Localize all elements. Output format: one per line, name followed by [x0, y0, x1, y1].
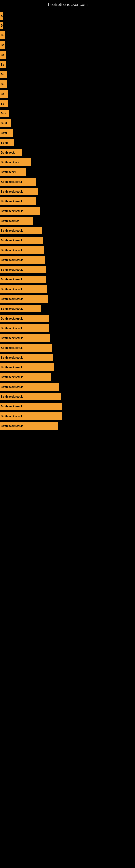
bar-row-9: Bo: [0, 89, 135, 99]
bar-label-32: Bottleneck result: [1, 317, 23, 320]
bar-label-16: Bottleneck res: [1, 161, 19, 164]
bar-row-30: Bottleneck result: [0, 294, 135, 304]
bar-label-37: Bottleneck result: [1, 366, 23, 369]
bar-label-1: B: [1, 14, 3, 18]
bar-label-10: Bot: [1, 102, 5, 105]
bar-row-32: Bottleneck result: [0, 314, 135, 323]
bar-row-6: Bo: [0, 60, 135, 69]
bar-row-34: Bottleneck result: [0, 333, 135, 343]
bar-row-11: Bott: [0, 108, 135, 118]
bar-label-24: Bottleneck result: [1, 239, 23, 242]
bar-label-33: Bottleneck result: [1, 327, 23, 330]
bar-row-16: Bottleneck res: [0, 157, 135, 167]
bar-row-5: Bo: [0, 50, 135, 60]
bar-label-8: Bo: [1, 83, 4, 86]
bar-row-18: Bottleneck resul: [0, 177, 135, 187]
bar-label-40: Bottleneck result: [1, 395, 23, 398]
bar-row-3: Bo: [0, 30, 135, 40]
bar-row-17: Bottleneck r: [0, 167, 135, 177]
bar-label-21: Bottleneck result: [1, 210, 23, 213]
bar-label-20: Bottleneck resul: [1, 200, 22, 203]
bar-row-39: Bottleneck result: [0, 382, 135, 392]
bar-label-5: Bo: [1, 54, 4, 56]
bar-row-27: Bottleneck result: [0, 265, 135, 275]
bar-label-14: Bottle: [1, 141, 8, 144]
site-title: TheBottlenecker.com: [0, 0, 135, 8]
bar-row-23: Bottleneck result: [0, 226, 135, 236]
bar-row-22: Bottleneck res: [0, 216, 135, 226]
bar-label-43: Bottleneck result: [1, 425, 23, 428]
bar-row-20: Bottleneck resul: [0, 196, 135, 206]
bar-row-7: Bo: [0, 69, 135, 79]
bars-container: BBBoBoBoBoBoBoBoBotBottBottlBottlBottleB…: [0, 8, 135, 431]
bar-label-30: Bottleneck result: [1, 298, 23, 301]
bar-label-11: Bott: [1, 112, 6, 115]
bar-row-36: Bottleneck result: [0, 352, 135, 362]
bar-row-42: Bottleneck result: [0, 411, 135, 421]
bar-label-28: Bottleneck result: [1, 278, 23, 281]
bar-label-17: Bottleneck r: [1, 170, 16, 174]
bar-row-31: Bottleneck result: [0, 304, 135, 314]
bar-row-33: Bottleneck result: [0, 323, 135, 333]
bar-row-2: B: [0, 21, 135, 30]
bar-row-13: Bottl: [0, 128, 135, 138]
bar-row-29: Bottleneck result: [0, 284, 135, 294]
bar-row-19: Bottleneck result: [0, 187, 135, 196]
bar-label-6: Bo: [1, 63, 4, 66]
bar-label-23: Bottleneck result: [1, 229, 23, 232]
bar-label-34: Bottleneck result: [1, 337, 23, 340]
bar-label-15: Bottleneck: [1, 151, 14, 154]
bar-label-4: Bo: [1, 44, 4, 46]
bar-label-3: Bo: [1, 34, 4, 37]
bar-label-41: Bottleneck result: [1, 405, 23, 408]
bar-label-35: Bottleneck result: [1, 346, 23, 349]
bar-label-18: Bottleneck resul: [1, 180, 22, 183]
bar-label-13: Bottl: [1, 131, 7, 134]
bar-row-8: Bo: [0, 79, 135, 89]
bar-row-26: Bottleneck result: [0, 255, 135, 265]
bar-row-4: Bo: [0, 40, 135, 50]
bar-label-19: Bottleneck result: [1, 190, 23, 193]
bar-row-21: Bottleneck result: [0, 206, 135, 216]
bar-row-38: Bottleneck result: [0, 372, 135, 382]
bar-label-38: Bottleneck result: [1, 376, 23, 379]
bar-label-31: Bottleneck result: [1, 307, 23, 310]
bar-label-12: Bottl: [1, 122, 7, 125]
bar-label-29: Bottleneck result: [1, 288, 23, 291]
bar-row-37: Bottleneck result: [0, 362, 135, 372]
bar-row-12: Bottl: [0, 118, 135, 128]
bar-label-2: B: [1, 24, 3, 27]
bar-row-43: Bottleneck result: [0, 421, 135, 431]
bar-row-10: Bot: [0, 99, 135, 108]
bar-label-22: Bottleneck res: [1, 219, 19, 222]
bar-row-41: Bottleneck result: [0, 401, 135, 411]
bar-label-42: Bottleneck result: [1, 415, 23, 418]
bar-label-39: Bottleneck result: [1, 385, 23, 389]
bar-label-26: Bottleneck result: [1, 258, 23, 261]
bar-row-24: Bottleneck result: [0, 236, 135, 245]
bar-label-7: Bo: [1, 73, 4, 76]
bar-label-36: Bottleneck result: [1, 356, 23, 359]
bar-row-28: Bottleneck result: [0, 275, 135, 284]
bar-row-1: B: [0, 11, 135, 21]
bar-label-9: Bo: [1, 93, 4, 95]
bar-row-14: Bottle: [0, 138, 135, 148]
bar-row-15: Bottleneck: [0, 148, 135, 157]
bar-row-35: Bottleneck result: [0, 343, 135, 352]
bar-row-40: Bottleneck result: [0, 392, 135, 401]
bar-row-25: Bottleneck result: [0, 245, 135, 255]
bar-label-25: Bottleneck result: [1, 249, 23, 252]
bar-label-27: Bottleneck result: [1, 268, 23, 271]
